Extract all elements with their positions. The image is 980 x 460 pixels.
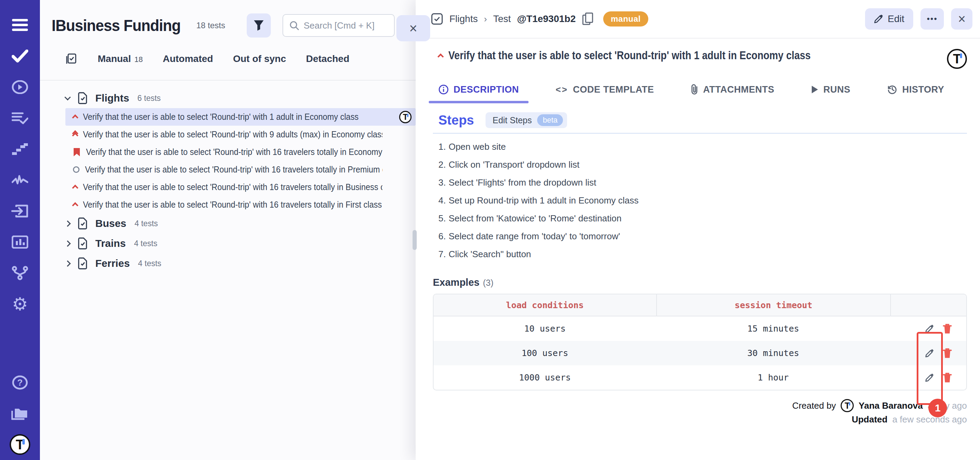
table-row: 1000 users 1 hour	[434, 365, 966, 390]
detail-tabs: DESCRIPTION <> CODE TEMPLATE ATTACHMENTS…	[438, 84, 944, 102]
suite-buses[interactable]: Buses 4 tests	[40, 214, 416, 233]
suite-flights[interactable]: Flights 6 tests	[40, 88, 416, 108]
examples-header: Examples (3)	[433, 277, 967, 288]
tab-runs[interactable]: RUNS	[811, 84, 851, 102]
copy-icon[interactable]	[582, 12, 593, 26]
step-item: 5.Select from 'Katowice' to 'Rome' desti…	[438, 209, 967, 227]
updated-ago: a few seconds ago	[892, 414, 967, 425]
search-box	[283, 14, 395, 37]
cell-timeout: 1 hour	[656, 365, 890, 390]
annotation-number-badge: 1	[928, 399, 947, 417]
file-check-icon	[77, 92, 88, 105]
delete-row-button[interactable]	[942, 372, 953, 383]
tab-attachments[interactable]: ATTACHMENTS	[690, 84, 774, 102]
step-item: 2.Click on 'Transport' dropdown list	[438, 156, 967, 174]
project-header: IBusiness Funding 18 tests	[40, 0, 416, 38]
menu-icon[interactable]	[0, 10, 40, 41]
test-row[interactable]: Verify that the user is able to select '…	[65, 161, 416, 178]
delete-row-button[interactable]	[942, 323, 953, 334]
suite-trains[interactable]: Trains 4 tests	[40, 233, 416, 253]
suite-ferries[interactable]: Ferries 4 tests	[40, 253, 416, 273]
tests-check-icon[interactable]	[0, 41, 40, 72]
close-detail-button[interactable]: ×	[951, 8, 972, 30]
test-row[interactable]: Verify that the user is able to select '…	[65, 143, 416, 161]
suite-name: Buses	[95, 217, 126, 229]
help-icon[interactable]: ?	[0, 367, 40, 398]
breadcrumb-section[interactable]: Flights	[449, 13, 477, 24]
test-row[interactable]: Verify that the user is able to select '…	[65, 108, 416, 126]
tab-manual[interactable]: Manual18	[98, 53, 143, 64]
steps-list: 1.Open web site 2.Click on 'Transport' d…	[438, 138, 967, 263]
detail-header: Flights › Test @T1e9301b2 manual Edit ••…	[416, 0, 980, 38]
examples-heading: Examples	[433, 277, 479, 288]
updated-row: Updated a few seconds ago	[852, 413, 967, 426]
pencil-icon	[874, 14, 883, 23]
import-icon[interactable]	[0, 196, 40, 227]
examples-count: (3)	[483, 278, 493, 288]
svg-text:?: ?	[17, 377, 23, 388]
delete-row-button[interactable]	[942, 348, 953, 359]
analytics-icon[interactable]	[0, 227, 40, 257]
edit-steps-button[interactable]: Edit Steps beta	[485, 112, 567, 128]
milestones-icon[interactable]	[0, 134, 40, 165]
table-header-row: load conditions session timeout	[434, 294, 966, 316]
chevron-right-icon[interactable]	[64, 260, 70, 267]
step-item: 1.Open web site	[438, 138, 967, 156]
project-title: IBusiness Funding	[52, 16, 181, 35]
edit-row-button[interactable]	[924, 324, 935, 334]
testomat-badge-icon: T	[947, 49, 967, 69]
search-icon	[290, 21, 299, 30]
column-session-timeout: session timeout	[656, 294, 890, 316]
tab-detached[interactable]: Detached	[306, 53, 349, 64]
suite-count: 6 tests	[137, 94, 161, 103]
chevron-right-icon[interactable]	[64, 240, 70, 246]
panel-resize-handle[interactable]	[412, 230, 417, 250]
tab-history[interactable]: HISTORY	[887, 84, 944, 102]
test-tree: Flights 6 tests Verify that the user is …	[40, 81, 416, 273]
test-plans-icon[interactable]	[0, 102, 40, 134]
close-icon: ×	[958, 12, 966, 27]
tab-automated[interactable]: Automated	[163, 53, 213, 64]
header-actions: Edit ••• ×	[865, 8, 972, 30]
beta-badge: beta	[537, 114, 563, 126]
bulk-select-icon[interactable]	[65, 53, 78, 65]
tab-out-of-sync[interactable]: Out of sync	[233, 53, 286, 64]
code-icon: <>	[556, 85, 568, 95]
testomat-logo-icon: T	[10, 434, 30, 455]
priority-high-icon	[72, 185, 78, 191]
test-row[interactable]: Verify that the user is able to select '…	[65, 178, 416, 196]
updated-label: Updated	[852, 414, 888, 425]
suite-name: Ferries	[95, 257, 130, 269]
detail-body: Verify that the user is able to select '…	[416, 49, 980, 426]
chevron-down-icon[interactable]	[64, 94, 70, 100]
edit-row-button[interactable]	[924, 348, 935, 358]
close-panel-button[interactable]: ×	[396, 15, 430, 42]
branches-icon[interactable]	[0, 257, 40, 289]
edit-button[interactable]: Edit	[865, 8, 913, 30]
more-actions-button[interactable]: •••	[921, 8, 944, 30]
projects-folder-icon[interactable]	[0, 398, 40, 429]
file-check-icon	[77, 237, 88, 250]
avatar: T	[841, 399, 854, 412]
search-input[interactable]	[304, 20, 388, 31]
app-logo[interactable]: T	[0, 429, 40, 460]
tab-code-template[interactable]: <> CODE TEMPLATE	[556, 84, 654, 102]
meta-footer: Created by T Yana Baranova a day ago Upd…	[433, 398, 967, 426]
tree-filter-tabs: Manual18 Automated Out of sync Detached	[40, 38, 416, 81]
test-row[interactable]: Verify that the user is able to select '…	[65, 126, 416, 143]
filter-button[interactable]	[247, 13, 271, 38]
runs-play-icon[interactable]	[0, 72, 40, 102]
breadcrumb-separator: ›	[484, 14, 487, 24]
column-actions	[890, 294, 966, 316]
priority-normal-icon	[73, 166, 80, 173]
settings-gear-icon[interactable]: ⚙	[0, 289, 40, 319]
file-check-icon	[77, 217, 88, 230]
play-icon	[811, 85, 819, 94]
chevron-right-icon[interactable]	[64, 220, 70, 227]
project-tests-count: 18 tests	[196, 21, 225, 30]
pulse-icon[interactable]	[0, 165, 40, 196]
tab-description[interactable]: DESCRIPTION	[438, 84, 519, 102]
edit-row-button[interactable]	[924, 372, 935, 383]
test-row[interactable]: Verify that the user is able to select '…	[65, 196, 416, 214]
paperclip-icon	[690, 84, 698, 95]
